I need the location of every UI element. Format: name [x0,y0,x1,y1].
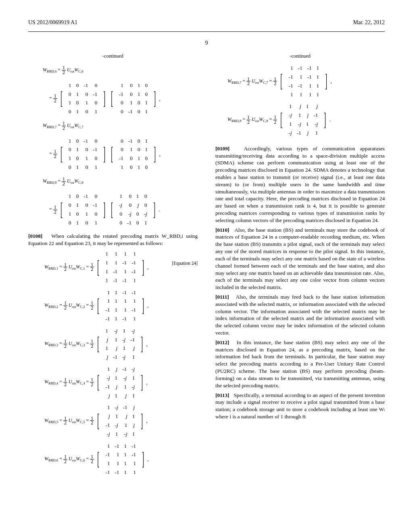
equation-wrbd7-result: WRBD,7 = 12 UrotWC,7 = 12 [ 1-1-11-11-11… [227,63,385,99]
para-number: [0111] [215,294,229,300]
equation-wrbd8-result: WRBD,8 = 12 UrotWC,8 = 12 [ 1j1j-j1j-11-… [227,102,385,137]
para-text: Also, the terminals may feed back to the… [215,294,385,336]
para-text: Specifically, a terminal according to an… [215,392,385,420]
para-number: [0108] [28,233,42,239]
paragraph-0113: [0113] Specifically, a terminal accordin… [215,392,385,420]
para-text: When calculating the rotated precoding m… [28,233,198,246]
equation-wrbd1-result: WRBD,1 = 12 UrotWC,1 = 12 [ 111111-1-11-… [44,249,198,285]
header-rule [28,31,385,32]
continued-label: -continued [28,53,198,59]
equation-tag: [Equation 24] [172,261,198,267]
para-number: [0112] [215,339,229,345]
equation-wrbd2-result: WRBD,2 = 12 UrotWC,2 = 12 [ 11-1-11111-1… [44,288,198,324]
para-number: [0110] [215,227,229,233]
equation-24-block: [Equation 24] WRBD,1 = 12 UrotWC,1 = 12 … [28,249,198,477]
paragraph-0110: [0110] Also, the base station (BS) and t… [215,227,385,291]
para-text: Also, the base station (BS) and terminal… [215,227,385,291]
paragraph-0111: [0111] Also, the terminals may feed back… [215,293,385,337]
para-text: In this instance, the base station (BS) … [215,339,385,389]
para-number: [0109] [215,145,229,152]
continued-label: -continued [215,53,385,59]
equation-wrbd3-result: WRBD,3 = 12 UrotWC,3 = 12 [ 1-j1-jj1-j-1… [44,326,198,362]
equation-wrbd5-result: WRBD,5 = 12 UrotWC,5 = 12 [ 1-j-1jj1j1-1… [44,403,198,438]
paragraph-0109: [0109] Accordingly, various types of com… [215,145,385,224]
para-text: Accordingly, various types of communicat… [215,145,385,223]
equation-wrbd6-result: WRBD,6 = 12 UrotWC,6 = 12 [ 1-11-1-111-1… [44,441,198,477]
right-column: -continued WRBD,7 = 12 UrotWC,7 = 12 [ 1… [215,49,385,480]
equation-wrbd4-result: WRBD,4 = 12 UrotWC,4 = 12 [ 1j-1-j-j1-j1… [44,364,198,400]
paragraph-0112: [0112] In this instance, the base statio… [215,339,385,389]
page-header: US 2012/0069919 A1 Mar. 22, 2012 [28,19,385,26]
publication-number: US 2012/0069919 A1 [28,19,77,26]
equation-wrbd8: WRBD,8 = 12 UrotWC,8 = 12 [ 10-10010-110… [35,175,198,230]
equation-wrbd6: WRBD,6 = 12 UrotWC,6 = 12 [ 10-10010-110… [35,63,198,119]
two-column-layout: -continued WRBD,6 = 12 UrotWC,6 = 12 [ 1… [28,49,385,480]
para-number: [0113] [215,392,229,398]
page: US 2012/0069919 A1 Mar. 22, 2012 9 -cont… [0,0,413,532]
paragraph-0108: [0108] When calculating the rotated prec… [28,233,198,247]
page-number: 9 [28,40,385,46]
publication-date: Mar. 22, 2012 [353,19,385,26]
left-column: -continued WRBD,6 = 12 UrotWC,6 = 12 [ 1… [28,49,198,480]
equation-wrbd7: WRBD,7 = 12 UrotWC,7 = 12 [ 10-10010-110… [35,119,198,175]
